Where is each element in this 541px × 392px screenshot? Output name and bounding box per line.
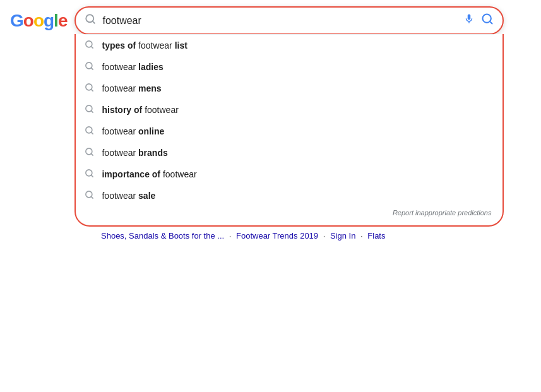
svg-line-1 [93, 21, 95, 23]
list-item[interactable]: footwear online [76, 121, 502, 142]
separator: · [323, 231, 326, 241]
result-sitelinks: Shoes, Sandals & Boots for the ... · Foo… [101, 230, 467, 242]
google-logo: Google [10, 11, 67, 31]
suggestion-text: footwear brands [102, 148, 167, 158]
svg-line-15 [92, 153, 93, 155]
sitelink[interactable]: Flats [367, 231, 385, 241]
svg-line-9 [92, 89, 93, 91]
search-suggestion-icon [85, 83, 94, 94]
search-query-text[interactable]: footwear [102, 15, 457, 27]
svg-line-5 [92, 46, 93, 48]
search-suggestion-icon [85, 104, 94, 116]
svg-line-17 [92, 175, 93, 177]
list-item[interactable]: footwear brands [76, 142, 502, 163]
search-suggestion-icon [85, 40, 94, 51]
suggestion-text: importance of footwear [102, 169, 196, 179]
list-item[interactable]: footwear mens [76, 78, 502, 99]
svg-line-3 [490, 21, 492, 24]
svg-line-13 [92, 132, 93, 134]
sitelink[interactable]: Sign In [330, 231, 355, 241]
search-suggestion-icon [85, 126, 94, 137]
svg-line-7 [92, 68, 93, 69]
svg-line-11 [92, 110, 93, 112]
report-predictions-link[interactable]: Report inappropriate predictions [76, 206, 502, 220]
suggestion-text: footwear mens [102, 83, 161, 93]
list-item[interactable]: importance of footwear [76, 163, 502, 185]
suggestion-text: footwear online [102, 126, 164, 136]
mic-icon[interactable] [463, 13, 475, 28]
svg-line-19 [92, 196, 93, 198]
header: Google footwear [0, 0, 541, 41]
suggestion-text: footwear ladies [102, 62, 163, 72]
search-icon [85, 13, 96, 28]
search-suggestion-icon [85, 169, 94, 180]
suggestion-text: footwear sale [102, 191, 155, 201]
suggestion-text: types of footwear list [102, 40, 187, 50]
suggestion-text: history of footwear [102, 105, 178, 115]
list-item[interactable]: types of footwear list [76, 35, 502, 56]
separator: · [360, 231, 363, 241]
search-suggestion-icon [85, 190, 94, 201]
search-wrapper: footwear [74, 6, 504, 35]
sitelink[interactable]: Shoes, Sandals & Boots for the ... [101, 231, 224, 241]
sitelink[interactable]: Footwear Trends 2019 [236, 231, 318, 241]
list-item[interactable]: footwear sale [76, 185, 502, 206]
autocomplete-dropdown: types of footwear list footwear ladies f… [74, 34, 504, 227]
search-box: footwear [74, 6, 504, 35]
search-icons-right [463, 13, 494, 28]
list-item[interactable]: footwear ladies [76, 56, 502, 78]
search-suggestion-icon [85, 61, 94, 73]
search-submit-icon[interactable] [481, 13, 494, 28]
list-item[interactable]: history of footwear [76, 99, 502, 121]
search-suggestion-icon [85, 147, 94, 158]
separator: · [229, 231, 232, 241]
